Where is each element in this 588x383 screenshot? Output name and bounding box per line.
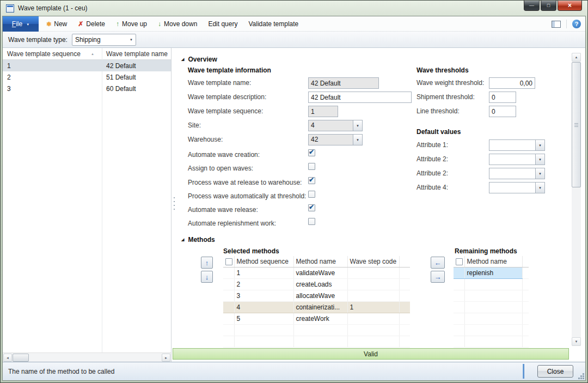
attribute-4-label: Attribute 4: (416, 184, 448, 191)
process-wave-threshold-checkbox[interactable] (308, 191, 315, 198)
move-up-button[interactable]: ↑ Move up (116, 20, 147, 28)
wave-template-sequence-input[interactable] (308, 106, 338, 117)
table-row[interactable]: 1 42 Default (3, 60, 171, 71)
cell-method-name: replenish (464, 267, 522, 278)
delete-button[interactable]: ✗ Delete (78, 20, 105, 28)
chevron-down-icon: ▼ (538, 186, 542, 190)
overview-section-header[interactable]: ◢ Overview (181, 56, 217, 63)
resize-grip-icon[interactable] (583, 378, 584, 379)
sequence-down-button[interactable]: ↓ (201, 271, 213, 283)
validate-template-label: Validate template (248, 20, 298, 28)
line-threshold-input[interactable] (489, 106, 516, 117)
assign-open-waves-checkbox[interactable] (308, 163, 315, 170)
cell-method-name: allocateWave (293, 290, 347, 301)
list-rows: 1 42 Default 2 51 Default 3 60 Default (3, 60, 171, 94)
attribute-4-combobox[interactable]: ▼ (489, 182, 545, 193)
shipment-threshold-input[interactable] (489, 92, 516, 103)
site-dropdown-button[interactable]: ▼ (353, 120, 363, 131)
scroll-right-button[interactable]: ► (162, 354, 170, 362)
filler-cell (399, 290, 410, 301)
validate-template-button[interactable]: Validate template (248, 20, 298, 28)
site-combobox[interactable]: 4 ▼ (308, 120, 363, 131)
attribute-1-value (489, 139, 535, 151)
column-header-sequence[interactable]: Wave template sequence (7, 50, 81, 58)
delete-icon: ✗ (78, 21, 83, 27)
file-dropdown-icon: ▼ (26, 23, 29, 26)
table-row[interactable]: 2 51 Default (3, 71, 171, 83)
warehouse-combobox[interactable]: 42 ▼ (308, 134, 363, 145)
move-to-remaining-button[interactable]: → (431, 271, 445, 283)
process-wave-threshold-label: Process wave automatically at threshold: (188, 192, 306, 200)
cell-method-sequence: 2 (234, 278, 293, 290)
attribute-3-combobox[interactable]: ▼ (489, 168, 545, 179)
wave-template-type-value: Shipping (75, 36, 101, 44)
edit-query-label: Edit query (208, 20, 237, 28)
method-row[interactable]: 3allocateWave (223, 290, 410, 301)
maximize-button[interactable]: □ (541, 1, 556, 11)
automate-wave-creation-checkbox[interactable] (308, 149, 315, 156)
attribute-2-dropdown-button[interactable]: ▼ (535, 154, 545, 165)
column-header-method-name[interactable]: Method name (293, 256, 347, 267)
close-window-button[interactable]: × (558, 1, 582, 11)
move-up-label: Move up (122, 20, 147, 28)
file-label: File (12, 20, 22, 28)
panel-splitter[interactable] (172, 48, 176, 362)
layout-icon[interactable] (552, 21, 561, 28)
attribute-3-dropdown-button[interactable]: ▼ (535, 168, 545, 179)
attribute-1-combobox[interactable]: ▼ (489, 139, 545, 151)
scroll-down-button[interactable]: ▼ (572, 337, 581, 346)
new-icon: ✱ (46, 21, 51, 27)
wave-template-name-input[interactable] (308, 77, 379, 89)
list-header: Wave template sequence ▲ Wave template n… (3, 48, 171, 60)
attribute-2-combobox[interactable]: ▼ (489, 154, 545, 165)
selected-methods-grid[interactable]: Method sequence Method name Wave step co… (223, 256, 410, 348)
process-wave-release-checkbox[interactable] (308, 177, 315, 184)
scrollbar-thumb[interactable] (572, 62, 581, 187)
column-header-wave-step-code[interactable]: Wave step code (347, 256, 399, 267)
cell-sequence: 1 (3, 62, 102, 70)
column-header-method-name[interactable]: Method name (464, 256, 522, 267)
select-all-cell (454, 256, 464, 267)
new-button[interactable]: ✱ New (46, 20, 67, 28)
cell-method-sequence: 4 (234, 301, 293, 313)
minimize-button[interactable]: — (524, 1, 540, 11)
edit-query-button[interactable]: Edit query (208, 20, 237, 28)
wave-template-type-combobox[interactable]: Shipping ▼ (72, 34, 136, 46)
remaining-methods-grid[interactable]: Method name replenish (454, 256, 529, 348)
move-to-selected-button[interactable]: ← (431, 257, 445, 269)
warehouse-value: 42 (308, 134, 353, 145)
attribute-4-dropdown-button[interactable]: ▼ (535, 182, 545, 193)
table-row[interactable]: 3 60 Default (3, 83, 171, 94)
close-button[interactable]: Close (537, 365, 573, 378)
method-row[interactable]: 2createLoads (223, 278, 410, 290)
line-threshold-label: Line threshold: (416, 107, 460, 115)
sequence-up-button[interactable]: ↑ (201, 257, 213, 269)
move-down-button[interactable]: ↓ Move down (158, 20, 197, 28)
scroll-up-button[interactable]: ▲ (572, 53, 581, 62)
column-header-method-sequence[interactable]: Method sequence (234, 256, 293, 267)
automate-replenishment-checkbox[interactable] (308, 218, 315, 225)
app-frame: File ▼ ✱ New ✗ Delete ↑ Move up ↓ M (2, 16, 586, 381)
scrollbar-thumb[interactable] (13, 354, 29, 362)
method-row[interactable]: 1validateWave (223, 267, 410, 278)
cell-method-sequence: 3 (234, 290, 293, 301)
file-menu-button[interactable]: File ▼ (3, 16, 39, 32)
shipment-threshold-label: Shipment threshold: (416, 93, 475, 101)
method-row-selected[interactable]: replenish (454, 267, 529, 278)
wave-template-description-input[interactable] (308, 92, 412, 103)
method-row-selected[interactable]: 4containerizati...1 (223, 301, 410, 313)
column-header-name[interactable]: Wave template name (106, 50, 168, 58)
methods-section-header[interactable]: ◢ Methods (181, 236, 215, 244)
wave-template-list-panel: Wave template sequence ▲ Wave template n… (3, 48, 171, 362)
weight-threshold-input[interactable] (489, 77, 535, 89)
select-all-checkbox[interactable] (456, 258, 463, 265)
help-icon[interactable]: ? (572, 20, 581, 28)
empty-row (223, 336, 410, 347)
warehouse-dropdown-button[interactable]: ▼ (353, 134, 363, 145)
automate-wave-release-checkbox[interactable] (308, 204, 315, 211)
select-all-cell (223, 256, 234, 267)
method-row[interactable]: 5createWork (223, 313, 410, 324)
select-all-checkbox[interactable] (225, 258, 232, 265)
scroll-left-button[interactable]: ◄ (3, 354, 12, 362)
attribute-1-dropdown-button[interactable]: ▼ (535, 139, 545, 151)
